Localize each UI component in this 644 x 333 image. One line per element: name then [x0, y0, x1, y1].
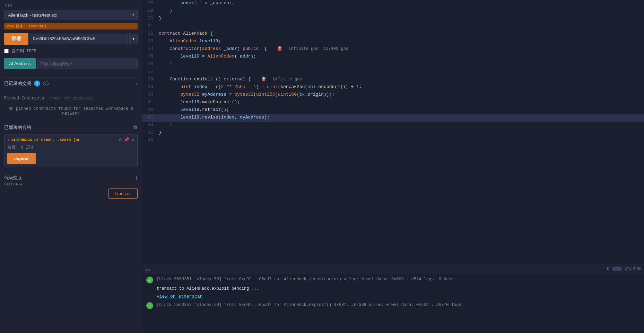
- close-icon[interactable]: ✕: [132, 137, 134, 142]
- ipfs-label: 发布到 IPFS: [11, 48, 36, 54]
- divider-2: [4, 93, 138, 93]
- monitor-toggle[interactable]: [612, 266, 622, 271]
- code-area: 28 codex[i] = _content; 29 } 30 } 31 32 …: [142, 0, 644, 264]
- deployed-title: 已部署的合约: [4, 124, 31, 131]
- code-content-46: [159, 138, 644, 143]
- ipfs-checkbox[interactable]: [4, 49, 9, 53]
- low-level-info-icon[interactable]: ℹ: [136, 175, 138, 181]
- code-content-30: }: [159, 16, 644, 21]
- line-num-29: 29: [142, 8, 159, 13]
- code-line-38: 38 function exploit () external { ⛽ infi…: [142, 76, 644, 84]
- log-content: ✓ [block:5563351 txIndex:55] from: 0xe92…: [142, 273, 644, 315]
- code-line-45: 45 }: [142, 130, 644, 137]
- code-line-33: 33 AlienCodex level19;: [142, 38, 644, 46]
- at-address-button[interactable]: At Address: [4, 58, 36, 69]
- code-line-44: 44 }: [142, 122, 644, 130]
- bottom-toolbar: ⌄⌄ 0 监听所有: [142, 264, 644, 273]
- code-line-34: 34 constructor(address _addr) public { ⛽…: [142, 46, 644, 53]
- code-line-46: 46: [142, 137, 644, 145]
- code-content-44: }: [159, 122, 644, 128]
- contract-instance-header: ▾ ALIENHACK AT 0X68F...62A89 (BL ⎘ 📌 ✕: [7, 137, 134, 142]
- code-content-45: }: [159, 130, 644, 135]
- etherscan-link[interactable]: view on etherscan: [157, 294, 203, 299]
- at-address-input[interactable]: [37, 59, 138, 69]
- transact-button[interactable]: Transact: [108, 189, 138, 199]
- deploy-dropdown-icon[interactable]: ▾: [129, 34, 138, 44]
- right-panel: 28 codex[i] = _content; 29 } 30 } 31 32 …: [142, 0, 644, 333]
- pin-icon[interactable]: 📌: [124, 137, 129, 142]
- code-line-39: 39 uint index = ((2 ** 256) - 1) - uint(…: [142, 84, 644, 91]
- contract-select-row: AlienHack - tests/test.sol ▾: [4, 10, 138, 20]
- code-content-32: contract AlienHack {: [159, 31, 644, 36]
- line-num-46: 46: [142, 138, 159, 143]
- code-content-33: AlienCodex level19;: [159, 38, 644, 44]
- line-num-31: 31: [142, 23, 159, 28]
- low-level-section: 低级交互 ℹ CALLDATA Transact: [4, 175, 138, 199]
- line-num-45: 45: [142, 130, 159, 135]
- code-line-42: 42 level19.retract();: [142, 107, 644, 114]
- code-line-43: 43 level19.revise(index, myAddress);: [142, 114, 644, 122]
- code-line-36: 36 }: [142, 61, 644, 69]
- recorded-tx-label: 已记录的交易: [4, 80, 31, 87]
- low-level-header: 低级交互 ℹ: [4, 175, 138, 181]
- code-content-29: }: [159, 8, 644, 13]
- code-line-32: 32 contract AlienHack {: [142, 30, 644, 38]
- code-content-35: level19 = AlienCodex(_addr);: [159, 54, 644, 59]
- line-num-36: 36: [142, 61, 159, 67]
- recorded-tx-badge: 2: [34, 80, 40, 87]
- exploit-button[interactable]: exploit: [7, 153, 36, 164]
- code-content-31: [159, 23, 644, 28]
- bottom-area: ⌄⌄ 0 监听所有 ✓ [block:5563351 txIndex:55] f…: [142, 264, 644, 333]
- evm-badge: evm 版本: istanbul: [4, 23, 138, 29]
- monitor-label: 监听所有: [625, 266, 641, 272]
- balance-row: 余额: 0 ETH: [7, 144, 134, 150]
- recorded-tx-section[interactable]: 已记录的交易 2 i ›: [4, 80, 138, 87]
- monitor-count: 0: [607, 266, 609, 271]
- calldata-label: CALLDATA: [4, 182, 138, 186]
- line-num-43: 43: [142, 115, 159, 120]
- divider-1: [4, 77, 138, 78]
- line-num-30: 30: [142, 16, 159, 21]
- line-num-37: 37: [142, 69, 159, 74]
- log-text-1: [block:5563351 txIndex:55] from: 0xe92..…: [157, 276, 456, 282]
- code-content-37: [159, 69, 644, 74]
- contract-select[interactable]: AlienHack - tests/test.sol: [4, 10, 129, 20]
- log-success-icon-2: ✓: [146, 302, 153, 309]
- code-line-28: 28 codex[i] = _content;: [142, 0, 644, 8]
- left-panel: 合约 AlienHack - tests/test.sol ▾ evm 版本: …: [0, 0, 142, 333]
- code-content-28: codex[i] = _content;: [159, 0, 644, 6]
- line-num-34: 34: [142, 46, 159, 51]
- line-num-32: 32: [142, 31, 159, 36]
- pending-text: transact to AlienHack.exploit pending ..…: [146, 286, 640, 291]
- line-num-39: 39: [142, 84, 159, 89]
- code-content-42: level19.retract();: [159, 107, 644, 112]
- deployed-section-header: 已部署的合约 🗑: [4, 124, 138, 131]
- code-line-29: 29 }: [142, 8, 644, 15]
- contract-instance: ▾ ALIENHACK AT 0X68F...62A89 (BL ⎘ 📌 ✕ 余…: [4, 134, 138, 167]
- code-content-40: bytes32 myAddress = bytes32(uint256(uint…: [159, 92, 644, 97]
- code-content-36: }: [159, 61, 644, 67]
- code-line-40: 40 bytes32 myAddress = bytes32(uint256(u…: [142, 91, 644, 99]
- collapse-button[interactable]: ⌄⌄: [145, 266, 151, 272]
- trash-icon[interactable]: 🗑: [133, 125, 138, 130]
- transact-row: Transact: [4, 189, 138, 199]
- line-num-42: 42: [142, 107, 159, 112]
- deploy-button[interactable]: 部署: [4, 33, 28, 45]
- contract-name-address: ALIENHACK AT 0X68F...62A89 (BL: [11, 138, 117, 142]
- deploy-address-input[interactable]: [30, 34, 128, 44]
- deploy-row: 部署 ▾: [4, 33, 138, 45]
- at-address-row: At Address: [4, 58, 138, 69]
- log-entry-1: ✓ [block:5563351 txIndex:55] from: 0xe92…: [146, 276, 640, 283]
- code-line-35: 35 level19 = AlienCodex(_addr);: [142, 53, 644, 61]
- select-arrow-icon[interactable]: ▾: [129, 10, 138, 20]
- line-num-41: 41: [142, 99, 159, 105]
- copy-icon[interactable]: ⎘: [119, 138, 121, 142]
- low-level-title: 低级交互: [4, 175, 22, 181]
- info-icon[interactable]: i: [43, 81, 49, 86]
- log-text-2: [block:5563352 txIndex:60] from: 0xe92..…: [157, 302, 461, 308]
- line-num-28: 28: [142, 0, 159, 6]
- chevron-down-icon[interactable]: ▾: [7, 138, 9, 142]
- code-content-39: uint index = ((2 ** 256) - 1) - uint(kec…: [159, 84, 644, 89]
- code-line-41: 41 level19.makeContact();: [142, 99, 644, 107]
- code-content-41: level19.makeContact();: [159, 99, 644, 105]
